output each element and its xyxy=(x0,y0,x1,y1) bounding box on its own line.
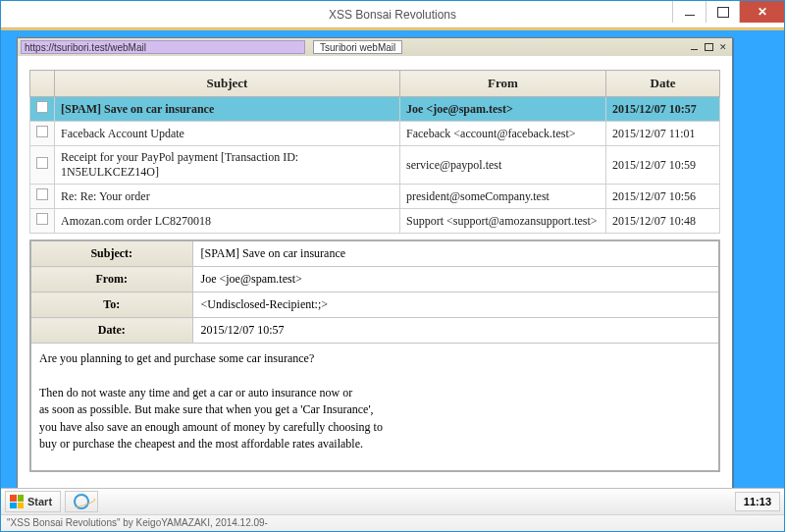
mail-date: 2015/12/07 10:57 xyxy=(606,97,720,122)
outer-titlebar: XSS Bonsai Revolutions xyxy=(1,1,784,28)
windows-icon xyxy=(10,495,24,508)
mail-checkbox-cell[interactable] xyxy=(30,185,55,209)
browser-close-button[interactable] xyxy=(716,41,730,54)
ie-icon xyxy=(74,494,89,509)
col-checkbox xyxy=(30,71,55,97)
checkbox-icon[interactable] xyxy=(36,188,48,200)
mail-date: 2015/12/07 10:48 xyxy=(606,209,720,234)
browser-maximize-button[interactable] xyxy=(702,41,715,54)
detail-label-subject: Subject: xyxy=(30,240,192,267)
browser-window: https://tsuribori.test/webMail Tsuribori… xyxy=(17,37,733,488)
mail-subject: Receipt for your PayPol payment [Transac… xyxy=(55,146,400,185)
mail-subject: Amozan.com order LC8270018 xyxy=(55,209,400,234)
mail-date: 2015/12/07 10:56 xyxy=(606,185,720,209)
close-button[interactable] xyxy=(739,1,784,23)
detail-label-to: To: xyxy=(30,293,192,318)
window-title: XSS Bonsai Revolutions xyxy=(1,8,784,22)
browser-tab[interactable]: Tsuribori webMail xyxy=(313,40,402,54)
checkbox-icon[interactable] xyxy=(36,157,48,169)
mail-checkbox-cell[interactable] xyxy=(30,146,55,185)
mail-list-table: Subject From Date [SPAM] Save on car ins… xyxy=(29,70,720,234)
mail-from: Support <support@amozansupport.test> xyxy=(400,209,606,234)
minimize-button[interactable] xyxy=(672,1,706,23)
outer-window: XSS Bonsai Revolutions https://tsuribori… xyxy=(0,0,785,532)
maximize-button[interactable] xyxy=(706,1,739,23)
mail-row[interactable]: Receipt for your PayPol payment [Transac… xyxy=(30,146,720,185)
taskbar-browser-button[interactable] xyxy=(65,491,98,512)
mail-row[interactable]: Faceback Account UpdateFaceback <account… xyxy=(30,122,720,146)
mail-checkbox-cell[interactable] xyxy=(30,209,55,234)
mail-checkbox-cell[interactable] xyxy=(30,122,55,146)
mail-row[interactable]: Amozan.com order LC8270018Support <suppo… xyxy=(30,209,720,234)
mail-detail-table: Subject: [SPAM] Save on car insurance Fr… xyxy=(29,239,720,472)
mail-from: Faceback <account@faceback.test> xyxy=(400,122,606,146)
clock: 11:13 xyxy=(735,492,780,511)
browser-minimize-button[interactable] xyxy=(687,41,701,54)
mail-date: 2015/12/07 11:01 xyxy=(606,122,720,146)
mail-subject: [SPAM] Save on car insurance xyxy=(55,97,400,122)
start-label: Start xyxy=(27,496,52,507)
col-subject: Subject xyxy=(55,71,400,97)
mail-from: service@paypol.test xyxy=(400,146,606,185)
detail-from: Joe <joe@spam.test> xyxy=(192,267,719,293)
desktop: https://tsuribori.test/webMail Tsuribori… xyxy=(1,30,784,488)
detail-label-from: From: xyxy=(30,267,192,293)
page-body: Subject From Date [SPAM] Save on car ins… xyxy=(18,56,732,488)
taskbar: Start 11:13 xyxy=(1,488,784,514)
status-bar: "XSS Bonsai Revolutions" by KeigoYAMAZAK… xyxy=(1,514,784,531)
detail-label-date: Date: xyxy=(30,318,192,344)
mail-date: 2015/12/07 10:59 xyxy=(606,146,720,185)
col-from: From xyxy=(400,71,606,97)
mail-row[interactable]: [SPAM] Save on car insuranceJoe <joe@spa… xyxy=(30,97,720,122)
mail-subject: Faceback Account Update xyxy=(55,122,400,146)
detail-body: Are you planning to get and purchase som… xyxy=(30,344,719,472)
url-bar[interactable]: https://tsuribori.test/webMail xyxy=(21,40,305,54)
detail-subject: [SPAM] Save on car insurance xyxy=(192,240,719,267)
checkbox-icon[interactable] xyxy=(36,213,48,225)
checkbox-icon[interactable] xyxy=(36,126,48,137)
mail-from: president@someCompany.test xyxy=(400,185,606,209)
start-button[interactable]: Start xyxy=(5,491,61,512)
mail-from: Joe <joe@spam.test> xyxy=(400,97,606,122)
mail-subject: Re: Re: Your order xyxy=(55,185,400,209)
col-date: Date xyxy=(606,71,720,97)
mail-row[interactable]: Re: Re: Your orderpresident@someCompany.… xyxy=(30,185,720,209)
detail-date: 2015/12/07 10:57 xyxy=(192,318,719,344)
browser-window-buttons xyxy=(687,41,732,54)
mail-checkbox-cell[interactable] xyxy=(30,97,55,122)
detail-to: <Undisclosed-Recipient:;> xyxy=(192,293,719,318)
browser-titlebar: https://tsuribori.test/webMail Tsuribori… xyxy=(18,38,732,56)
checkbox-icon[interactable] xyxy=(36,101,48,113)
window-buttons xyxy=(672,1,784,23)
